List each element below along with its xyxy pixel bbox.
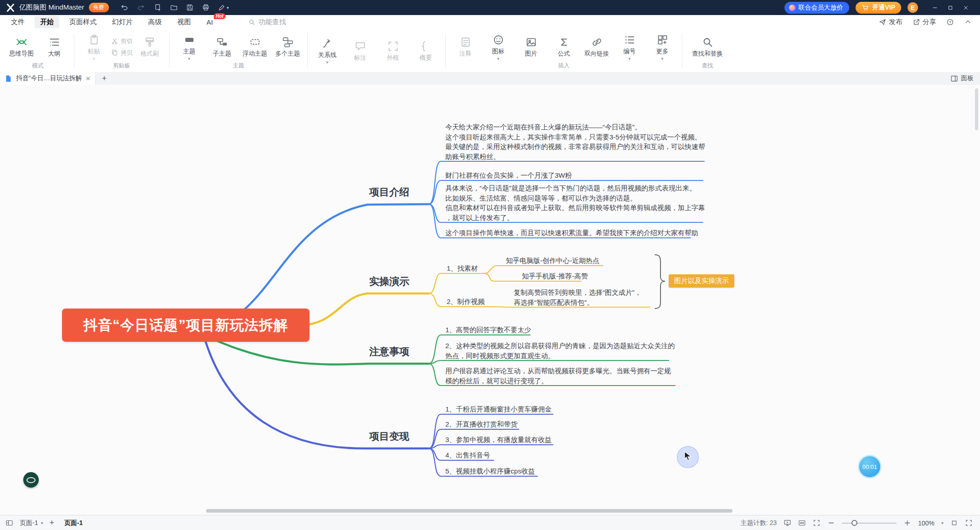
node-intro-4[interactable]: 这个项目操作简单快速，而且可以快速积累流量。希望我接下来的介绍对大家有帮助: [445, 228, 698, 238]
paste-button[interactable]: 粘贴 ▾: [78, 33, 110, 62]
add-page-button[interactable]: +: [49, 518, 54, 528]
presentation-icon[interactable]: [784, 519, 791, 527]
document-tab[interactable]: 抖音“今日…目玩法拆解 ✕: [0, 72, 96, 85]
minimize-button[interactable]: [927, 5, 943, 11]
member-promo-banner[interactable]: 联合会员大放价: [784, 2, 849, 14]
node-notes-2[interactable]: 2、这种类型的视频之所以容易获得用户的青睐，是因为选题贴近大众关注的 热点，同时…: [445, 341, 675, 360]
numbering-button[interactable]: 编号 ▾: [614, 33, 645, 62]
summary-button[interactable]: 概要: [410, 39, 442, 63]
copy-button[interactable]: 拷贝: [111, 49, 133, 57]
assistant-button[interactable]: [23, 472, 39, 488]
node-demo-step1[interactable]: 1、找素材: [447, 263, 478, 273]
share-button[interactable]: 分享: [913, 18, 936, 26]
callout-button[interactable]: 标注: [344, 39, 376, 63]
menu-tab-home[interactable]: 开始: [35, 16, 59, 28]
undo-button[interactable]: [121, 4, 129, 11]
close-button[interactable]: [958, 5, 974, 11]
node-intro-1[interactable]: 今天给大家介绍一个近期在抖音上火爆的新玩法——“今日话题”。 这个项目听起来很高…: [445, 122, 705, 161]
menu-tab-page-style[interactable]: 页面样式: [64, 16, 102, 28]
insert-icon-button[interactable]: 图标 ▾: [482, 33, 514, 62]
layout-switch-icon[interactable]: [950, 519, 958, 527]
maximize-button[interactable]: [943, 5, 958, 11]
bidirectional-link-button[interactable]: 双向链接: [581, 35, 613, 59]
close-tab-icon[interactable]: ✕: [86, 75, 91, 82]
add-subtopic-button[interactable]: 子主题: [206, 35, 238, 59]
timer-widget[interactable]: 00:01: [858, 455, 882, 479]
node-monetize-4[interactable]: 4、出售抖音号: [445, 450, 490, 460]
menu-tab-slides[interactable]: 幻灯片: [107, 16, 138, 28]
menu-tab-ai[interactable]: AI Hot: [201, 16, 218, 28]
group-label-topic: 主题: [170, 62, 306, 72]
menu-tab-file[interactable]: 文件: [5, 16, 30, 28]
floating-topic-button[interactable]: 浮动主题: [239, 35, 271, 59]
panel-toggle[interactable]: 面板: [950, 74, 980, 82]
find-replace-button[interactable]: 查找和替换: [686, 35, 729, 59]
multiple-topics-button[interactable]: 多个主题: [272, 35, 304, 59]
help-button[interactable]: [946, 18, 954, 26]
zoom-slider-knob[interactable]: [851, 520, 857, 526]
more-insert-button[interactable]: 更多 ▾: [646, 33, 678, 62]
node-monetize-5[interactable]: 5、视频挂载小程序赚cps收益: [445, 466, 535, 476]
menubar: 文件 开始 页面样式 幻灯片 高级 视图 AI Hot 功能查找 发布 分享: [0, 15, 980, 29]
outline-mode-button[interactable]: 大纲: [38, 35, 70, 59]
comment-button[interactable]: 注释: [449, 35, 481, 59]
document-tab-bar: 抖音“今日…目玩法拆解 ✕ + 面板: [0, 72, 980, 85]
page-board-icon[interactable]: [5, 519, 13, 527]
ribbon: 思维导图 大纲 模式 粘贴 ▾ 剪切 拷贝: [0, 29, 980, 72]
central-topic[interactable]: 抖音“今日话题”项目新玩法拆解: [62, 309, 309, 342]
boundary-button[interactable]: 外框: [377, 39, 409, 63]
redo-button[interactable]: [137, 4, 144, 11]
main-topic-intro[interactable]: 项目介绍: [369, 185, 409, 199]
add-topic-button[interactable]: 主题 ▾: [173, 33, 205, 62]
customize-toolbar-button[interactable]: ▾: [218, 4, 229, 11]
node-demo-step2a[interactable]: 复制高赞回答到剪映里，选择“图文成片”， 再选择“智能匹配表情包”。: [514, 288, 641, 307]
publish-button[interactable]: 发布: [879, 18, 903, 26]
save-button[interactable]: [186, 4, 194, 11]
open-file-button[interactable]: [170, 4, 178, 11]
zoom-level[interactable]: 100%: [918, 520, 934, 527]
panel-icon: [950, 75, 958, 82]
relationship-line-button[interactable]: 关系线 ▾: [311, 36, 343, 65]
open-vip-button[interactable]: 开通VIP: [856, 2, 901, 14]
node-notes-1[interactable]: 1、高赞的回答字数不要太少: [445, 325, 531, 335]
fit-width-icon[interactable]: [798, 519, 806, 527]
canvas[interactable]: 抖音“今日话题”项目新玩法拆解 项目介绍 实操演示 注意事项 项目变现 今天给大…: [0, 85, 980, 515]
menu-tab-advanced[interactable]: 高级: [143, 16, 167, 28]
page-tab[interactable]: 页面-1: [61, 519, 86, 527]
vertical-scrollbar[interactable]: [975, 88, 978, 130]
insert-image-button[interactable]: 图片: [515, 35, 547, 59]
node-demo-step2[interactable]: 2、制作视频: [447, 297, 485, 307]
insert-formula-button[interactable]: 公式: [548, 35, 580, 59]
fullscreen-icon[interactable]: [965, 519, 973, 527]
zoom-slider[interactable]: [842, 523, 897, 524]
node-monetize-1[interactable]: 1、千粉后开通橱窗挂小黄车赚佣金: [445, 404, 552, 414]
fit-screen-icon[interactable]: [813, 519, 820, 527]
format-painter-icon: [144, 36, 156, 48]
main-topic-notes[interactable]: 注意事项: [369, 345, 409, 359]
node-demo-step1a[interactable]: 知乎电脑版-创作中心-近期热点: [506, 256, 599, 266]
node-monetize-3[interactable]: 3、参加中视频，有播放量就有收益: [445, 435, 552, 445]
main-topic-demo[interactable]: 实操演示: [369, 275, 409, 288]
multiple-topics-icon: [282, 36, 294, 48]
new-document-button[interactable]: [154, 4, 162, 11]
node-monetize-2[interactable]: 2、开直播收打赏和带货: [445, 419, 517, 429]
page-selector[interactable]: 页面-1 ▾: [20, 519, 43, 527]
format-painter-button[interactable]: 格式刷: [134, 35, 165, 59]
collapse-ribbon-button[interactable]: [964, 18, 972, 26]
node-intro-2[interactable]: 财门社群有位会员实操，一个月涨了3W粉: [445, 170, 572, 180]
print-button[interactable]: [202, 4, 210, 11]
node-notes-3[interactable]: 用户很容易通过评论互动，从而帮助视频获得更多曝光。当账号拥有一定规 模的粉丝后，…: [445, 366, 671, 386]
zoom-in-button[interactable]: [903, 519, 911, 527]
menu-tab-view[interactable]: 视图: [172, 16, 196, 28]
node-intro-3[interactable]: 具体来说，“今日话题”就是选择一个当下热门的话题，然后用视频的形式表现出来。 比…: [445, 183, 705, 222]
summary-topic[interactable]: 图片以及实操演示: [669, 274, 734, 288]
horizontal-scrollbar[interactable]: [206, 509, 732, 513]
new-tab-button[interactable]: +: [102, 74, 107, 83]
cut-button[interactable]: 剪切: [111, 37, 133, 46]
mindmap-mode-button[interactable]: 思维导图: [5, 35, 37, 59]
zoom-out-button[interactable]: [827, 519, 835, 527]
user-avatar[interactable]: E: [908, 2, 918, 13]
main-topic-monetize[interactable]: 项目变现: [369, 430, 409, 443]
node-demo-step1b[interactable]: 知乎手机版-推荐-高赞: [522, 271, 588, 281]
feature-search[interactable]: 功能查找: [248, 18, 286, 26]
